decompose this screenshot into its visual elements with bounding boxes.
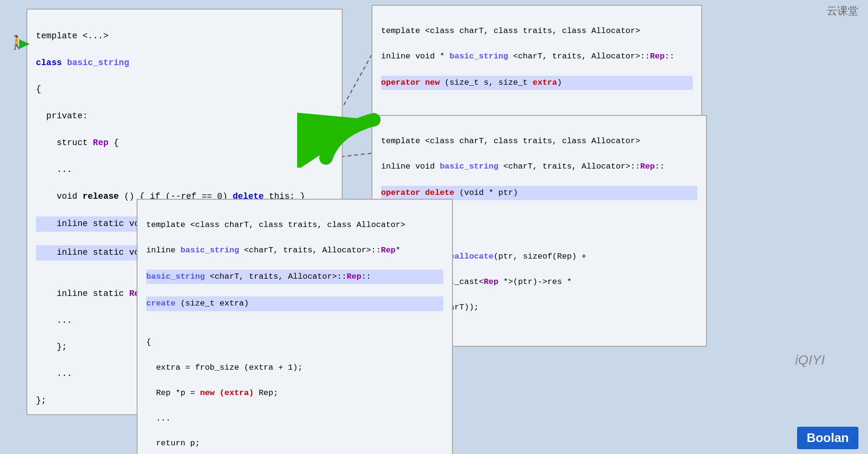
box4-line1: template <class charT, class traits, cla… [146,220,405,229]
box4-line3: basic_string <charT, traits, Allocator>:… [146,270,443,284]
box1-line2: class basic_string [36,58,129,68]
box3-line2: inline void basic_string <charT, traits,… [381,162,665,171]
box4-line2: inline basic_string <charT, traits, Allo… [146,246,401,255]
box1-line1: template <...> [36,31,108,41]
box1-close2: }; [36,396,46,405]
watermark-iqiyi: iQIYI [795,352,825,368]
watermark-boolan: Boolan [797,427,858,449]
box4-return: return p; [146,439,200,448]
box1-struct: struct Rep { [36,138,119,148]
box1-dots2: ... [36,316,72,325]
watermark-top: 云课堂 [827,4,858,18]
box2-line2: inline void * basic_string <charT, trait… [381,52,674,61]
box1-private: private: [36,111,88,121]
box4-line7: Rep *p = new (extra) Rep; [146,388,278,397]
box3-line3: operator delete (void * ptr) [381,186,697,200]
box1-dots3: ... [36,369,72,378]
box1-dots1: ... [36,165,72,174]
box1-close1: }; [36,342,67,352]
arrow-right-icon [19,39,30,49]
big-green-arrow [297,91,393,168]
box4-line5: { [146,338,151,347]
box4-dots: ... [146,414,171,423]
box1-line3: { [36,84,41,94]
box3-line1: template <class charT, class traits, cla… [381,136,640,146]
box2-line1: template <class charT, class traits, cla… [381,26,640,35]
box2-line3: operator new (size_t s, size_t extra) [381,76,693,90]
code-box-4: template <class charT, class traits, cla… [137,199,453,454]
box4-line4: create (size_t extra) [146,296,443,311]
box4-line6: extra = frob_size (extra + 1); [146,363,302,372]
